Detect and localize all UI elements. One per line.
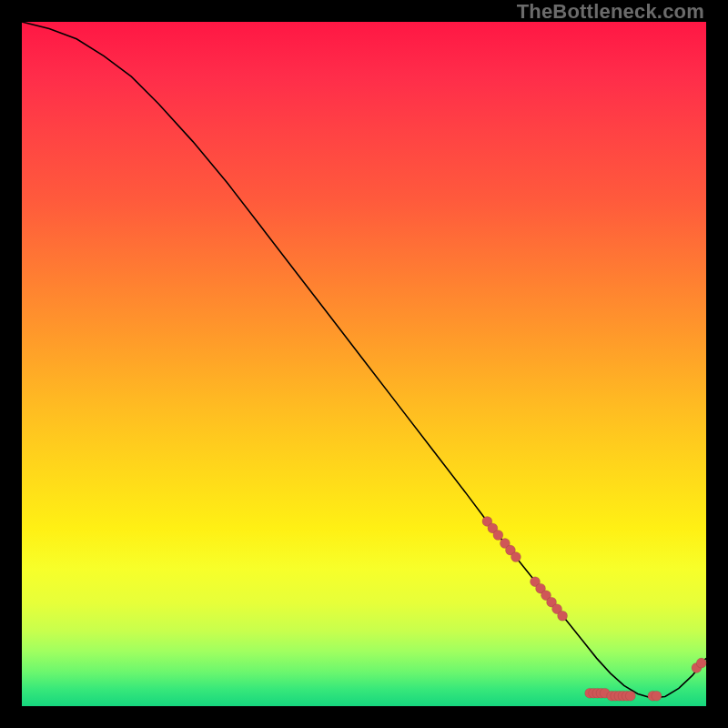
- data-point: [558, 611, 568, 621]
- chart-svg: [22, 22, 706, 706]
- data-point: [696, 658, 706, 668]
- plot-area: [22, 22, 706, 706]
- data-point: [493, 531, 503, 541]
- data-point: [511, 552, 521, 562]
- data-markers: [482, 516, 706, 701]
- watermark-text: TheBottleneck.com: [517, 0, 704, 24]
- bottleneck-curve: [22, 22, 706, 698]
- chart-frame: TheBottleneck.com: [0, 0, 728, 728]
- data-point: [625, 691, 635, 701]
- data-point: [652, 691, 662, 701]
